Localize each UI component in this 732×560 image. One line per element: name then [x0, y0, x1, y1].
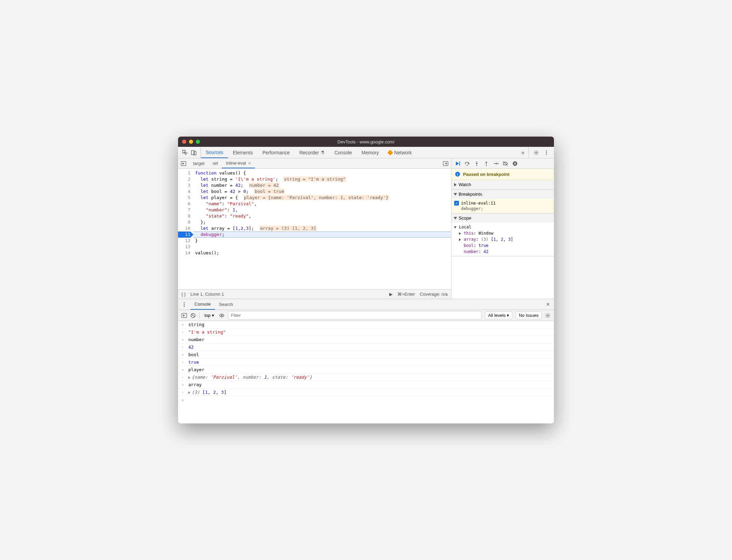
input-arrow-icon: › [181, 382, 186, 387]
expand-icon [454, 183, 457, 186]
svg-point-5 [546, 154, 547, 155]
console-output[interactable]: ›string‹"I'm a string"›number‹42›bool‹tr… [178, 321, 554, 423]
collapse-icon [454, 217, 457, 219]
watch-section-header[interactable]: Watch [451, 180, 554, 189]
inspect-icon[interactable] [182, 150, 188, 155]
console-toolbar: top ▾ All levels ▾ No Issues [178, 310, 554, 321]
show-navigator-icon[interactable] [181, 161, 186, 166]
console-line: ‹true [178, 359, 554, 366]
kebab-menu-icon[interactable] [544, 150, 549, 155]
scope-section-header[interactable]: Scope [451, 213, 554, 223]
resume-icon[interactable] [455, 161, 460, 166]
main-tab-recorder[interactable]: Recorder ⚗ [295, 147, 330, 158]
breakpoint-item[interactable]: ✓ inline-eval:11 debugger; [451, 199, 554, 213]
main-tab-console[interactable]: Console [329, 147, 356, 158]
input-arrow-icon: › [181, 322, 186, 327]
pretty-print-icon[interactable]: { } [181, 292, 186, 297]
main-tab-sources[interactable]: Sources [201, 147, 228, 158]
close-drawer-icon[interactable]: × [542, 299, 554, 310]
svg-rect-15 [515, 163, 516, 165]
warning-icon [388, 150, 393, 155]
console-line: ‹{name: 'Parzival', number: 1, state: 'r… [178, 374, 554, 381]
paused-text: Paused on breakpoint [463, 172, 510, 177]
file-tab-target[interactable]: target [189, 158, 208, 168]
svg-rect-0 [191, 151, 194, 155]
scope-var-array[interactable]: array: (3) [1, 2, 3] [459, 236, 551, 242]
step-out-icon[interactable] [484, 161, 489, 166]
drawer-tab-console[interactable]: Console [190, 299, 215, 310]
console-line: ›player [178, 366, 554, 374]
svg-point-24 [221, 315, 222, 316]
main-tab-elements[interactable]: Elements [228, 147, 257, 158]
main-tab-network[interactable]: Network [383, 147, 416, 158]
clear-console-icon[interactable] [190, 313, 196, 318]
code-editor[interactable]: 1234567891011121314 function values() { … [178, 169, 451, 289]
input-arrow-icon: › [181, 352, 186, 357]
scope-var-bool[interactable]: bool: true [459, 242, 551, 249]
step-over-icon[interactable] [464, 161, 470, 166]
scope-var-this[interactable]: this: Window [459, 230, 551, 236]
issues-button[interactable]: No Issues [516, 311, 542, 319]
drawer-tabstrip: ConsoleSearch × [178, 299, 554, 310]
breakpoint-checkbox[interactable]: ✓ [454, 201, 459, 206]
input-arrow-icon: › [181, 367, 186, 372]
sources-pane: targetrefinline-eval× 123456789101112131… [178, 158, 451, 299]
main-tab-performance[interactable]: Performance [258, 147, 295, 158]
debugger-toolbar [451, 158, 554, 169]
console-line: ‹42 [178, 344, 554, 351]
svg-point-25 [547, 314, 548, 316]
console-line: ›string [178, 321, 554, 328]
filter-input[interactable] [228, 311, 482, 320]
step-into-icon[interactable] [474, 161, 479, 166]
svg-point-11 [486, 165, 487, 166]
cursor-position: Line 1, Column 1 [190, 292, 224, 297]
more-tabs-icon[interactable]: » [520, 150, 526, 155]
pause-exceptions-icon[interactable] [512, 161, 518, 166]
collapse-icon [454, 193, 457, 195]
settings-icon[interactable] [533, 150, 539, 155]
svg-point-12 [498, 163, 499, 164]
context-selector[interactable]: top ▾ [203, 312, 216, 319]
console-drawer: ConsoleSearch × top ▾ All levels ▾ No Is… [178, 299, 554, 423]
console-line: ‹(3) [1, 2, 3] [178, 389, 554, 396]
editor-status-bar: { } Line 1, Column 1 ▶ ⌘+Enter Coverage:… [178, 289, 451, 299]
main-tab-memory[interactable]: Memory [357, 147, 384, 158]
output-arrow-icon: ‹ [181, 360, 186, 365]
drawer-menu-icon[interactable] [181, 302, 187, 307]
toggle-sidebar-icon[interactable] [443, 161, 448, 166]
console-prompt[interactable]: › [178, 396, 554, 404]
console-line: ‹"I'm a string" [178, 328, 554, 336]
svg-point-2 [536, 152, 537, 153]
console-line: ›number [178, 336, 554, 344]
coverage-status: Coverage: n/a [420, 292, 448, 297]
deactivate-breakpoints-icon[interactable] [503, 161, 508, 166]
run-snippet-icon[interactable]: ▶ [389, 292, 393, 297]
live-expression-icon[interactable] [219, 313, 225, 318]
log-levels-selector[interactable]: All levels ▾ [485, 311, 512, 319]
paused-banner: i Paused on breakpoint [451, 169, 554, 180]
main-tabstrip: SourcesElementsPerformanceRecorder ⚗Cons… [178, 147, 554, 158]
file-tab-ref[interactable]: ref [208, 158, 222, 168]
svg-point-10 [476, 165, 477, 166]
drawer-tab-search[interactable]: Search [215, 299, 237, 310]
output-arrow-icon: ‹ [181, 375, 186, 380]
step-icon[interactable] [493, 161, 499, 166]
scope-local-header[interactable]: Local [454, 224, 551, 230]
device-toolbar-icon[interactable] [191, 150, 196, 155]
console-line: ›bool [178, 351, 554, 359]
file-tabstrip: targetrefinline-eval× [178, 158, 451, 169]
file-tab-inline-eval[interactable]: inline-eval× [222, 158, 255, 168]
svg-point-20 [184, 306, 185, 307]
svg-rect-8 [459, 162, 460, 166]
input-arrow-icon: › [181, 337, 186, 342]
output-arrow-icon: ‹ [181, 345, 186, 350]
close-tab-icon[interactable]: × [248, 160, 251, 166]
breakpoints-section-header[interactable]: Breakpoints [451, 190, 554, 199]
info-icon: i [455, 171, 460, 177]
debugger-pane: i Paused on breakpoint Watch Breakpoints… [451, 158, 554, 299]
console-sidebar-icon[interactable] [181, 313, 187, 318]
console-settings-icon[interactable] [545, 313, 551, 318]
titlebar: DevTools - www.google.com/ [178, 137, 554, 147]
scope-var-number[interactable]: number: 42 [459, 249, 551, 255]
prompt-arrow-icon: › [181, 397, 186, 403]
